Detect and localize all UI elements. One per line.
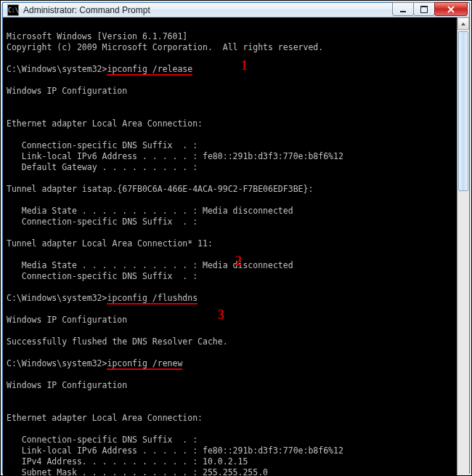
output-line: Default Gateway . . . . . . . . . : <box>7 162 198 172</box>
output-line: Link-local IPv6 Address . . . . . : fe80… <box>7 151 343 161</box>
scroll-thumb[interactable] <box>458 31 468 191</box>
command-3: ipconfig /renew <box>107 358 182 370</box>
output-line: Windows IP Configuration <box>7 380 127 390</box>
titlebar[interactable]: C:\ Administrator: Command Prompt <box>3 3 469 17</box>
output-line: Connection-specific DNS Suffix . : <box>7 140 198 150</box>
console-output[interactable]: Microsoft Windows [Version 6.1.7601] Cop… <box>3 17 457 476</box>
close-button[interactable] <box>434 2 468 16</box>
scroll-track[interactable] <box>457 30 469 476</box>
window-buttons <box>393 3 468 17</box>
output-line: Ethernet adapter Local Area Connection: <box>7 118 203 129</box>
output-line: Media State . . . . . . . . . . . : Medi… <box>7 260 293 270</box>
output-line: Connection-specific DNS Suffix . : <box>7 435 198 445</box>
output-line: Link-local IPv6 Address . . . . . : fe80… <box>7 445 343 456</box>
prompt: C:\Windows\system32> <box>7 64 107 74</box>
command-prompt-window: C:\ Administrator: Command Prompt Micros… <box>2 2 470 474</box>
minimize-button[interactable] <box>392 2 414 16</box>
prompt: C:\Windows\system32> <box>7 358 107 368</box>
output-line: Microsoft Windows [Version 6.1.7601] <box>7 31 187 41</box>
output-line: Tunnel adapter Local Area Connection* 11… <box>7 238 213 249</box>
output-line: Connection-specific DNS Suffix . : <box>7 217 198 227</box>
output-line: Windows IP Configuration <box>7 86 127 96</box>
output-line: Copyright (c) 2009 Microsoft Corporation… <box>7 42 323 52</box>
output-line: Media State . . . . . . . . . . . : Medi… <box>7 206 293 216</box>
output-line: Connection-specific DNS Suffix . : <box>7 271 198 281</box>
output-line: Windows IP Configuration <box>7 315 127 325</box>
annotation-1: 1 <box>241 60 248 71</box>
output-line: Successfully flushed the DNS Resolver Ca… <box>7 336 228 347</box>
vertical-scrollbar[interactable] <box>457 17 469 476</box>
output-line: Ethernet adapter Local Area Connection: <box>7 413 203 423</box>
window-title: Administrator: Command Prompt <box>23 5 393 15</box>
command-1: ipconfig /release <box>107 64 192 76</box>
prompt: C:\Windows\system32> <box>7 293 107 303</box>
close-icon <box>447 6 455 13</box>
annotation-3: 3 <box>218 310 224 320</box>
output-line: IPv4 Address. . . . . . . . . . . : 10.0… <box>7 456 248 467</box>
chevron-up-icon <box>460 21 466 27</box>
cmd-icon: C:\ <box>7 4 19 16</box>
output-line: Tunnel adapter isatap.{67FB0C6A-466E-4AC… <box>7 184 313 194</box>
output-line: Subnet Mask . . . . . . . . . . . : 255.… <box>7 467 268 476</box>
maximize-button[interactable] <box>413 2 435 16</box>
scroll-up-button[interactable] <box>457 17 469 30</box>
command-2: ipconfig /flushdns <box>107 293 198 304</box>
